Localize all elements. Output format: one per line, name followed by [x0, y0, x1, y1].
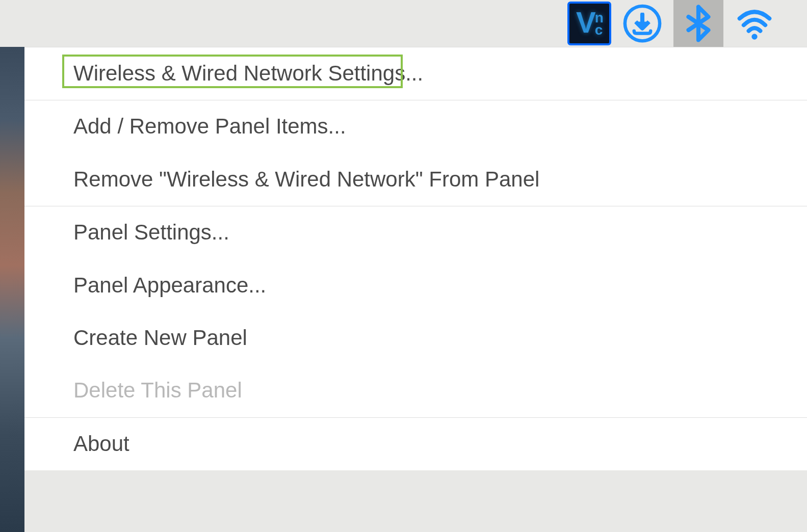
menu-item-create-new-panel[interactable]: Create New Panel	[24, 312, 807, 364]
wifi-tray-icon[interactable]	[733, 2, 776, 45]
download-icon	[622, 4, 662, 43]
menu-item-label: Add / Remove Panel Items...	[73, 114, 346, 138]
menu-item-label: About	[73, 432, 129, 456]
vnc-icon: V nc	[567, 2, 611, 45]
bluetooth-tray-icon[interactable]	[673, 0, 723, 47]
vnc-tray-icon[interactable]: V nc	[567, 2, 611, 45]
menu-item-add-remove-panel-items[interactable]: Add / Remove Panel Items...	[24, 100, 807, 153]
menu-item-label: Delete This Panel	[73, 378, 242, 402]
menu-item-remove-from-panel[interactable]: Remove "Wireless & Wired Network" From P…	[24, 153, 807, 206]
menu-item-panel-settings[interactable]: Panel Settings...	[24, 206, 807, 259]
download-tray-icon[interactable]	[620, 2, 664, 45]
menu-item-network-settings[interactable]: Wireless & Wired Network Settings...	[24, 47, 807, 100]
wifi-icon	[735, 4, 774, 43]
svg-point-3	[751, 34, 757, 39]
menu-item-about[interactable]: About	[24, 418, 807, 470]
menu-item-label: Panel Appearance...	[73, 273, 266, 297]
menu-item-delete-this-panel: Delete This Panel	[24, 364, 807, 417]
menu-item-label: Remove "Wireless & Wired Network" From P…	[73, 167, 539, 191]
bluetooth-icon	[679, 4, 718, 43]
menu-item-label: Wireless & Wired Network Settings...	[73, 61, 423, 85]
panel-context-menu: Wireless & Wired Network Settings... Add…	[24, 47, 807, 470]
taskbar: V nc	[0, 0, 807, 47]
menu-item-panel-appearance[interactable]: Panel Appearance...	[24, 259, 807, 312]
menu-item-label: Panel Settings...	[73, 220, 229, 244]
svg-rect-2	[641, 13, 644, 24]
menu-item-label: Create New Panel	[73, 326, 247, 350]
desktop-background-sliver	[0, 47, 24, 532]
